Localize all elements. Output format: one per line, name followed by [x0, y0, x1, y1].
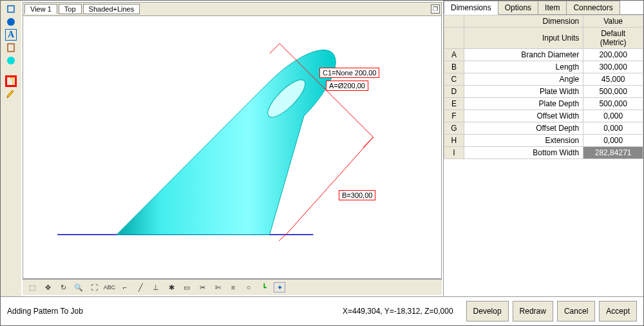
- row-dimension: Offset Width: [464, 110, 583, 122]
- row-dimension: Plate Width: [464, 86, 583, 98]
- status-message: Adding Pattern To Job: [7, 307, 83, 316]
- row-key: B: [444, 61, 464, 73]
- bt-text-icon[interactable]: ABC: [104, 282, 115, 292]
- header-dimension: Dimension: [464, 15, 583, 28]
- table-row[interactable]: EPlate Depth500,000: [444, 98, 643, 110]
- dimension-label-a: A=Ø200,00: [326, 81, 368, 91]
- accept-button[interactable]: Accept: [599, 301, 637, 321]
- row-key: H: [444, 135, 464, 147]
- row-dimension: Branch Diameter: [464, 49, 583, 61]
- row-dimension: Length: [464, 61, 583, 73]
- bt-line-icon[interactable]: ╱: [135, 282, 146, 292]
- table-row[interactable]: IBottom Width282,84271: [444, 147, 643, 159]
- viewport-tab-top[interactable]: Top: [59, 4, 82, 14]
- develop-button[interactable]: Develop: [466, 301, 509, 321]
- row-value[interactable]: 45,000: [583, 73, 643, 86]
- row-value[interactable]: 282,84271: [583, 147, 643, 159]
- svg-rect-0: [8, 6, 14, 12]
- table-row[interactable]: BLength300,000: [444, 61, 643, 73]
- tab-item[interactable]: Item: [538, 1, 567, 14]
- row-key: G: [444, 122, 464, 135]
- bt-angle-icon[interactable]: ⌐: [119, 282, 131, 292]
- row-key: A: [444, 49, 464, 61]
- viewport-tab-shaded[interactable]: Shaded+Lines: [83, 4, 140, 14]
- row-value[interactable]: 0,000: [583, 110, 643, 122]
- redraw-button[interactable]: Redraw: [513, 301, 553, 321]
- row-dimension: Extension: [464, 135, 583, 147]
- bt-move-icon[interactable]: ✥: [42, 282, 53, 292]
- row-dimension: Plate Depth: [464, 98, 583, 110]
- model-drawing: [23, 16, 441, 278]
- row-value[interactable]: 500,000: [583, 86, 643, 98]
- svg-point-3: [7, 57, 15, 64]
- table-row[interactable]: DPlate Width500,000: [444, 86, 643, 98]
- header-units-value[interactable]: Default (Metric): [583, 28, 643, 49]
- row-dimension: Angle: [464, 73, 583, 86]
- bottom-toolbar: ⬚ ✥ ↻ 🔍 ⛶ ABC ⌐ ╱ ⊥ ✱ ▭ ✂ ✄ ≡ ○ ┗ ✦: [23, 279, 442, 295]
- status-coordinates: X=449,304, Y=-18,312, Z=0,000: [83, 307, 466, 316]
- tool-circle-icon[interactable]: [5, 55, 17, 66]
- row-dimension: Bottom Width: [464, 147, 583, 159]
- tool-cube-icon[interactable]: [5, 3, 17, 15]
- header-value: Value: [583, 15, 643, 28]
- bt-rect-icon[interactable]: ▭: [181, 282, 193, 292]
- bt-layers-icon[interactable]: ≡: [227, 282, 239, 292]
- viewport-tab-view1[interactable]: View 1: [24, 4, 57, 14]
- dimensions-table: Dimension Value Input Units Default (Met…: [444, 15, 643, 159]
- viewport-tabbar: View 1 Top Shaded+Lines ❐: [23, 2, 442, 15]
- tool-globe-icon[interactable]: [5, 16, 17, 28]
- row-value[interactable]: 0,000: [583, 122, 643, 135]
- svg-rect-5: [10, 77, 14, 79]
- tool-text-icon[interactable]: A: [5, 29, 17, 41]
- table-row[interactable]: CAngle45,000: [444, 73, 643, 86]
- row-key: I: [444, 147, 464, 159]
- row-key: E: [444, 98, 464, 110]
- bt-zoomfit-icon[interactable]: ⛶: [88, 282, 100, 292]
- status-bar: Adding Pattern To Job X=449,304, Y=-18,3…: [1, 296, 643, 325]
- bt-rotate-icon[interactable]: ↻: [57, 282, 69, 292]
- dimension-label-c1: C1=None 200,00: [319, 68, 379, 78]
- row-value[interactable]: 0,000: [583, 135, 643, 147]
- tab-connectors[interactable]: Connectors: [566, 1, 620, 14]
- svg-line-13: [287, 137, 374, 233]
- viewport-3d[interactable]: C1=None 200,00 A=Ø200,00 B=300,00: [23, 15, 442, 279]
- maximize-icon[interactable]: ❐: [431, 5, 440, 14]
- tab-dimensions[interactable]: Dimensions: [444, 1, 498, 15]
- row-value[interactable]: 200,000: [583, 49, 643, 61]
- row-key: D: [444, 86, 464, 98]
- bt-circle-icon[interactable]: ○: [243, 282, 254, 292]
- svg-line-10: [270, 44, 280, 54]
- tab-options[interactable]: Options: [498, 1, 538, 14]
- table-row[interactable]: HExtension0,000: [444, 135, 643, 147]
- table-row[interactable]: ABranch Diameter200,000: [444, 49, 643, 61]
- bt-zoom-icon[interactable]: 🔍: [73, 282, 84, 292]
- bt-perp-icon[interactable]: ⊥: [150, 282, 162, 292]
- dimension-label-b: B=300,00: [339, 190, 375, 200]
- tool-edit-icon[interactable]: [5, 88, 17, 100]
- bt-axis-icon[interactable]: ┗: [258, 282, 270, 292]
- table-row[interactable]: FOffset Width0,000: [444, 110, 643, 122]
- row-value[interactable]: 500,000: [583, 98, 643, 110]
- bt-star-icon[interactable]: ✱: [166, 282, 177, 292]
- right-tabs: Dimensions Options Item Connectors: [444, 1, 643, 15]
- bt-grid-icon[interactable]: ✦: [274, 282, 285, 292]
- bt-select-icon[interactable]: ⬚: [26, 282, 38, 292]
- bt-scissors-icon[interactable]: ✄: [212, 282, 223, 292]
- cancel-button[interactable]: Cancel: [557, 301, 595, 321]
- row-value[interactable]: 300,000: [583, 61, 643, 73]
- row-dimension: Offset Depth: [464, 122, 583, 135]
- tool-pattern-icon[interactable]: [5, 75, 17, 87]
- header-input-units: Input Units: [464, 28, 583, 49]
- svg-rect-2: [8, 44, 14, 52]
- svg-point-1: [7, 18, 15, 26]
- table-row[interactable]: GOffset Depth0,000: [444, 122, 643, 135]
- tool-clipboard-icon[interactable]: [5, 42, 17, 53]
- left-toolbar: A: [1, 1, 21, 296]
- row-key: F: [444, 110, 464, 122]
- bt-cut-icon[interactable]: ✂: [196, 282, 208, 292]
- row-key: C: [444, 73, 464, 86]
